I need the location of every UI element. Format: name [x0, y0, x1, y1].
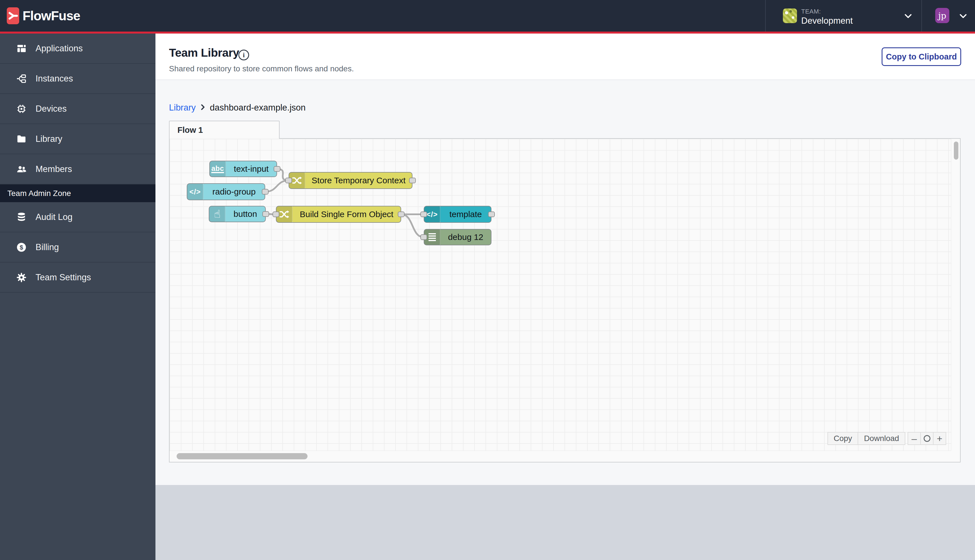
canvas-download-button[interactable]: Download [858, 432, 905, 445]
node-port-in [272, 212, 279, 217]
sidebar-item-label: Team Settings [35, 272, 91, 283]
node-port-out [262, 211, 269, 217]
user-avatar: jp [935, 8, 949, 23]
top-header: FlowFuse TEAM: Development jp [0, 0, 975, 33]
node-port-in [285, 178, 292, 183]
abc-icon: abc [210, 161, 226, 177]
sidebar-item-label: Members [35, 164, 72, 174]
node-port-out [409, 178, 416, 183]
flow-node-radio-group[interactable]: </>radio-group [187, 183, 265, 200]
breadcrumb-current-file: dashboard-example.json [210, 103, 306, 113]
chevron-right-icon [200, 103, 205, 112]
sidebar-item-instances[interactable]: Instances [0, 64, 155, 94]
library-icon [16, 133, 27, 145]
flow-wires [170, 139, 951, 451]
page-title: Team Library [169, 46, 239, 60]
tab-flow-1[interactable]: Flow 1 [169, 121, 280, 139]
node-port-out [488, 212, 495, 217]
horizontal-scrollbar-thumb[interactable] [177, 453, 307, 459]
page: FlowFuse TEAM: Development jp Applicatio… [0, 0, 975, 560]
members-icon [16, 163, 27, 175]
flow-node-template[interactable]: </>template [424, 206, 491, 223]
flow-node-label: button [225, 209, 265, 219]
title-divider [155, 80, 975, 80]
instances-icon [16, 73, 27, 84]
team-selector[interactable]: TEAM: Development [775, 0, 921, 32]
copy-to-clipboard-button[interactable]: Copy to Clipboard [882, 47, 961, 66]
sidebar-item-applications[interactable]: Applications [0, 33, 155, 64]
zoom-in-button[interactable]: + [933, 432, 946, 445]
chevron-down-icon [904, 13, 912, 20]
flowfuse-logo[interactable]: FlowFuse [7, 7, 80, 24]
sidebar-item-billing[interactable]: $Billing [0, 232, 155, 263]
canvas-action-buttons: Copy Download [828, 432, 905, 445]
flow-node-text-input[interactable]: abctext-input [209, 161, 277, 177]
flow-node-button[interactable]: ☝button [209, 206, 266, 222]
sidebar-item-members[interactable]: Members [0, 154, 155, 184]
audit-log-icon [16, 212, 27, 223]
zoom-out-button[interactable]: – [908, 432, 921, 445]
zoom-reset-icon [924, 435, 930, 442]
flowfuse-logo-icon [7, 7, 19, 24]
breadcrumb-library-link[interactable]: Library [169, 103, 196, 113]
node-port-out [398, 212, 404, 217]
sidebar-nav: ApplicationsInstancesDevicesLibraryMembe… [0, 33, 155, 560]
sidebar-item-label: Library [35, 134, 62, 144]
user-menu[interactable]: jp [922, 0, 975, 32]
scrollbar-corner [951, 451, 960, 462]
sidebar-item-label: Audit Log [35, 212, 72, 222]
sidebar-item-library[interactable]: Library [0, 124, 155, 154]
applications-icon [16, 43, 27, 54]
node-port-in [420, 234, 427, 240]
team-admin-zone-label: Team Admin Zone [0, 184, 155, 202]
node-port-in [420, 212, 427, 217]
sidebar-item-audit-log[interactable]: Audit Log [0, 202, 155, 232]
vertical-scrollbar-thumb[interactable] [954, 142, 958, 160]
sidebar-item-label: Billing [35, 242, 59, 252]
svg-text:$: $ [20, 244, 23, 251]
header-divider [765, 0, 766, 32]
pointer-icon: ☝ [209, 207, 225, 222]
flow-node-label: Build Single Form Object [292, 210, 401, 219]
billing-icon: $ [16, 242, 27, 253]
settings-icon [16, 272, 27, 283]
canvas-zoom-controls: – + [908, 432, 946, 445]
flow-node-label: template [441, 210, 491, 219]
flow-node-label: Store Temporary Context [305, 176, 412, 185]
chevron-down-icon [959, 13, 967, 20]
sidebar-item-label: Instances [35, 73, 73, 84]
node-port-out [262, 189, 269, 195]
team-name: Development [801, 16, 853, 26]
sidebar-item-label: Applications [35, 43, 83, 53]
sidebar-main-items: ApplicationsInstancesDevicesLibraryMembe… [0, 33, 155, 184]
brand-name: FlowFuse [23, 8, 80, 23]
flow-node-label: radio-group [204, 187, 265, 197]
info-icon[interactable]: i [239, 50, 249, 60]
devices-icon [16, 103, 27, 115]
flow-node-label: debug 12 [441, 232, 491, 242]
horizontal-scrollbar-track[interactable] [170, 451, 951, 462]
vertical-scrollbar-track[interactable] [951, 139, 960, 451]
zoom-reset-button[interactable] [920, 432, 933, 445]
team-avatar [783, 8, 797, 23]
sidebar-item-label: Devices [35, 104, 67, 114]
page-subtitle: Shared repository to store common flows … [169, 64, 354, 73]
sidebar-item-team-settings[interactable]: Team Settings [0, 263, 155, 293]
flow-node-build-single-form-object[interactable]: Build Single Form Object [276, 206, 401, 223]
flow-canvas[interactable]: abctext-input</>radio-groupStore Tempora… [169, 138, 961, 462]
sidebar-admin-items: Audit Log$BillingTeam Settings [0, 202, 155, 293]
footer-area [155, 485, 975, 560]
team-label: TEAM: [801, 8, 821, 15]
canvas-copy-button[interactable]: Copy [828, 432, 858, 445]
code-icon: </> [187, 184, 204, 200]
breadcrumb: Library dashboard-example.json [169, 103, 306, 113]
sidebar-item-devices[interactable]: Devices [0, 94, 155, 124]
flow-node-store-temporary-context[interactable]: Store Temporary Context [289, 172, 412, 189]
node-port-out [274, 166, 280, 172]
flow-node-label: text-input [226, 164, 277, 174]
flow-node-debug-12[interactable]: debug 12 [424, 229, 491, 245]
